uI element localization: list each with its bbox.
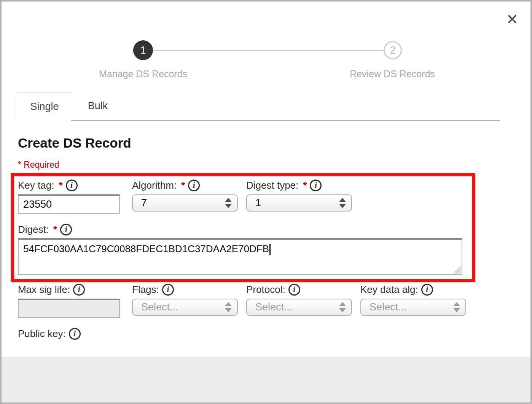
public-key-label: Public key: i xyxy=(18,328,81,340)
required-asterisk: * xyxy=(53,224,57,235)
stepper-step-1-number: 1 xyxy=(140,45,146,56)
tab-bulk-label: Bulk xyxy=(88,100,108,112)
create-ds-record-dialog: ✕ 1 2 Manage DS Records Review DS Record… xyxy=(0,0,532,404)
digest-type-select-value: 1 xyxy=(255,197,339,209)
digest-label-text: Digest: xyxy=(18,224,49,235)
algorithm-select[interactable]: 7 xyxy=(132,194,238,212)
dialog-footer: Cancel Back Next xyxy=(2,357,530,404)
flags-select-value: Select... xyxy=(141,301,225,313)
digest-value: 54FCF030AA1C79C0088FDEC1BD1C37DAA2E70DFB xyxy=(23,243,269,254)
info-icon[interactable]: i xyxy=(66,180,78,191)
stepper-step-1: 1 xyxy=(133,40,153,60)
select-arrows-icon xyxy=(225,198,232,208)
tab-single-label: Single xyxy=(30,101,59,113)
tab-bulk[interactable]: Bulk xyxy=(71,92,124,120)
protocol-select[interactable]: Select... xyxy=(246,299,352,316)
flags-select[interactable]: Select... xyxy=(132,299,238,316)
stepper-step-2-number: 2 xyxy=(390,45,395,56)
select-arrows-icon xyxy=(453,302,460,312)
max-sig-life-label: Max sig life: i xyxy=(18,284,85,296)
protocol-select-value: Select... xyxy=(255,301,339,313)
digest-type-label: Digest type: * i xyxy=(246,180,322,191)
info-icon[interactable]: i xyxy=(73,284,85,296)
info-icon[interactable]: i xyxy=(288,284,300,296)
key-data-alg-label-text: Key data alg: xyxy=(360,284,418,296)
resize-grip-icon[interactable] xyxy=(453,266,461,274)
text-caret xyxy=(269,244,271,255)
info-icon[interactable]: i xyxy=(310,180,322,191)
stepper-step-2-label: Review DS Records xyxy=(350,68,435,80)
digest-type-select[interactable]: 1 xyxy=(246,194,352,212)
info-icon[interactable]: i xyxy=(421,284,433,296)
required-asterisk: * xyxy=(303,180,307,191)
info-icon[interactable]: i xyxy=(162,284,174,296)
key-data-alg-select-value: Select... xyxy=(370,301,453,313)
algorithm-label: Algorithm: * i xyxy=(132,180,200,191)
max-sig-life-label-text: Max sig life: xyxy=(18,284,70,296)
protocol-label: Protocol: i xyxy=(246,284,300,296)
key-tag-label: Key tag: * i xyxy=(18,180,78,191)
key-tag-value: 23550 xyxy=(23,199,52,210)
public-key-label-text: Public key: xyxy=(18,328,66,340)
close-icon[interactable]: ✕ xyxy=(506,12,518,27)
select-arrows-icon xyxy=(339,198,346,208)
key-data-alg-select[interactable]: Select... xyxy=(360,299,466,316)
algorithm-select-value: 7 xyxy=(141,197,225,209)
stepper-connector xyxy=(143,50,393,51)
info-icon[interactable]: i xyxy=(60,224,72,235)
page-title: Create DS Record xyxy=(18,135,131,151)
algorithm-label-text: Algorithm: xyxy=(132,180,177,191)
digest-label: Digest: * i xyxy=(18,224,72,235)
info-icon[interactable]: i xyxy=(69,328,81,340)
info-icon[interactable]: i xyxy=(188,180,200,191)
required-asterisk: * xyxy=(181,180,185,191)
key-data-alg-label: Key data alg: i xyxy=(360,284,433,296)
max-sig-life-input[interactable] xyxy=(18,299,120,318)
protocol-label-text: Protocol: xyxy=(246,284,285,296)
select-arrows-icon xyxy=(339,302,346,312)
required-note: * Required xyxy=(18,160,59,170)
stepper-step-2: 2 xyxy=(384,41,402,59)
select-arrows-icon xyxy=(225,302,232,312)
digest-textarea[interactable]: 54FCF030AA1C79C0088FDEC1BD1C37DAA2E70DFB xyxy=(18,238,462,275)
tabbar-bottom-border xyxy=(18,120,500,121)
flags-label-text: Flags: xyxy=(132,284,159,296)
digest-type-label-text: Digest type: xyxy=(246,180,298,191)
key-tag-input[interactable]: 23550 xyxy=(18,194,120,214)
key-tag-label-text: Key tag: xyxy=(18,180,54,191)
required-asterisk: * xyxy=(59,180,62,191)
flags-label: Flags: i xyxy=(132,284,174,296)
stepper-step-1-label: Manage DS Records xyxy=(99,68,187,80)
tab-single[interactable]: Single xyxy=(18,92,71,121)
